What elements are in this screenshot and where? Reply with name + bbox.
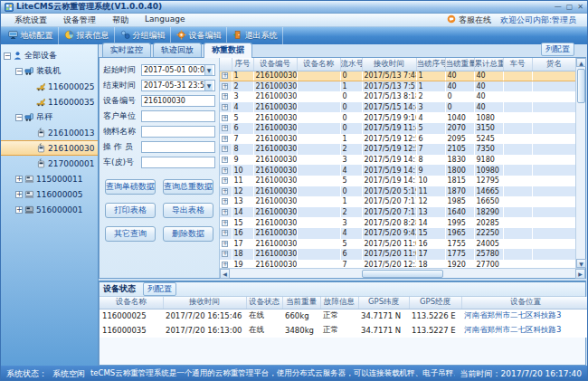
column-header[interactable]: 货名: [532, 58, 575, 71]
column-header[interactable]: 设备状态: [246, 297, 282, 309]
query-button-5[interactable]: 删除数据: [163, 226, 213, 242]
field-input-4[interactable]: [141, 126, 215, 138]
field-input-2[interactable]: 216100030: [141, 95, 215, 107]
tree-item-217000001[interactable]: 217000001: [1, 156, 98, 171]
row-expand-icon[interactable]: +: [222, 209, 228, 215]
row-expand-icon[interactable]: +: [222, 220, 228, 226]
row-expand-icon[interactable]: +: [222, 241, 228, 247]
table-row[interactable]: +1321610003012017/5/20 7:11:221219851665…: [220, 196, 575, 207]
table-row[interactable]: +1521610003032017/5/20 8:28:011419952028…: [220, 217, 575, 228]
scroll-up-arrow[interactable]: ▲: [576, 58, 586, 67]
close-button[interactable]: ✕: [577, 3, 583, 12]
column-header[interactable]: 设备名称: [297, 58, 340, 71]
device-status-column-config-button[interactable]: 列配置: [143, 282, 176, 296]
tree-item-装载机[interactable]: −装载机: [1, 63, 98, 79]
table-row[interactable]: +1221610003002017/5/20 5:19:211118701466…: [220, 186, 575, 197]
table-row[interactable]: +1721610003052017/5/20 11:06:17161755240…: [220, 239, 575, 250]
tree-item-116000005[interactable]: +116000005: [1, 186, 98, 202]
field-input-6[interactable]: [141, 157, 215, 168]
row-expand-icon[interactable]: +: [222, 72, 228, 79]
field-input-3[interactable]: [141, 110, 215, 122]
row-expand-icon[interactable]: +: [222, 83, 228, 90]
column-header[interactable]: 序号: [232, 58, 253, 71]
scroll-down-arrow[interactable]: ▼: [576, 259, 586, 268]
row-expand-icon[interactable]: +: [222, 177, 228, 184]
menu-item-3[interactable]: Language: [137, 14, 193, 26]
vertical-scroll-thumb[interactable]: [577, 69, 585, 103]
column-header[interactable]: 车号: [503, 58, 532, 71]
table-row[interactable]: +521610003002017/5/19 9:10:04410401080: [220, 112, 575, 123]
table-row[interactable]: +1021610003042017/5/19 14:16:11918001098…: [220, 165, 575, 176]
field-input-1[interactable]: 2017-05-31 23:59:00▼: [141, 80, 215, 91]
tree-expander[interactable]: −: [15, 68, 23, 75]
field-input-0[interactable]: 2017-05-01 00:00:00▼: [141, 64, 215, 76]
table-row[interactable]: +1421610003022017/5/20 7:11:441316401829…: [220, 207, 575, 218]
chevron-down-icon[interactable]: ▼: [204, 81, 213, 90]
table-row[interactable]: +821610003022017/5/19 12:57:47721057350: [220, 144, 575, 155]
horizontal-scroll-thumb[interactable]: [362, 270, 443, 278]
table-row[interactable]: +321610003002017/5/13 8:18:232040: [220, 91, 575, 102]
query-button-1[interactable]: 查询总重数据: [163, 179, 213, 195]
column-header[interactable]: 故障信息: [320, 297, 358, 309]
row-expand-icon[interactable]: +: [222, 167, 228, 174]
minimize-button[interactable]: —: [555, 3, 562, 12]
row-expand-icon[interactable]: +: [222, 230, 228, 236]
device-status-row[interactable]: 1160000252017/7/20 16:15:46在线660kg正常34.7…: [100, 309, 588, 323]
tree-item-115000011[interactable]: +115000011: [1, 171, 98, 186]
query-button-0[interactable]: 查询单磅数据: [105, 179, 156, 195]
column-header[interactable]: GPS纬度: [358, 297, 409, 309]
menu-item-1[interactable]: 设备管理: [55, 14, 104, 26]
row-expand-icon[interactable]: +: [222, 146, 228, 152]
tree-item-116000035[interactable]: 116000035: [1, 94, 98, 110]
scroll-right-arrow[interactable]: ▶: [575, 269, 585, 279]
table-row[interactable]: +1921610003072017/5/20 12:30:19181920277…: [220, 260, 575, 268]
menu-item-2[interactable]: 帮助: [104, 14, 137, 26]
column-header[interactable]: 接收时间: [362, 58, 416, 71]
tab-轨迹回放[interactable]: 轨迹回放: [153, 43, 202, 57]
row-expand-icon[interactable]: +: [222, 104, 228, 110]
menu-item-0[interactable]: 系统设置: [6, 14, 55, 26]
tree-expander[interactable]: +: [15, 176, 23, 183]
toolbar-button-0[interactable]: 地磅配置: [3, 27, 59, 44]
table-row[interactable]: +1621610003042017/5/20 9:42:071519652225…: [220, 228, 575, 239]
vertical-scrollbar[interactable]: ▲ ▼: [575, 58, 585, 268]
column-header[interactable]: 设备位置: [461, 297, 588, 309]
device-status-row[interactable]: 1160000352017/7/20 16:13:00在线3480kg正常34.…: [100, 323, 588, 338]
column-header[interactable]: 流水号: [340, 58, 362, 71]
chevron-down-icon[interactable]: ▼: [204, 65, 213, 75]
tree-item-吊秤[interactable]: −吊秤: [1, 110, 98, 125]
row-expand-icon[interactable]: +: [222, 115, 228, 121]
column-header[interactable]: 设备编号: [253, 58, 297, 71]
query-button-2[interactable]: 打印表格: [105, 203, 156, 218]
row-expand-icon[interactable]: +: [222, 136, 228, 142]
tree-expander[interactable]: +: [15, 191, 23, 198]
column-header[interactable]: 设备名称: [100, 297, 163, 309]
row-expand-icon[interactable]: +: [222, 251, 228, 257]
table-row[interactable]: +221610003012017/5/13 7:51:1714040: [220, 81, 575, 92]
column-header[interactable]: GPS经度: [409, 297, 461, 309]
table-row[interactable]: +1121610003052017/5/19 14:16:27101815127…: [220, 176, 575, 186]
table-row[interactable]: +921610003032017/5/19 14:16:00818309180: [220, 155, 575, 166]
tree-item-216100030[interactable]: 216100030: [1, 140, 98, 156]
tree-expander[interactable]: −: [15, 114, 23, 121]
table-row[interactable]: +1821610003062017/5/20 11:07:23171775257…: [220, 249, 575, 260]
maximize-button[interactable]: ▢: [566, 3, 574, 12]
table-row[interactable]: +621610003002017/5/19 11:41:06520703150: [220, 123, 575, 134]
row-expand-icon[interactable]: +: [222, 93, 228, 100]
column-header[interactable]: 当磅序号: [416, 58, 445, 71]
column-header[interactable]: 接收时间: [163, 297, 246, 309]
tree-item-116000025[interactable]: 116000025: [1, 79, 98, 94]
customer-service-link[interactable]: 客服在线: [447, 14, 491, 26]
tree-item-516000001[interactable]: +516000001: [1, 202, 98, 217]
horizontal-scrollbar[interactable]: ◀ ▶: [220, 268, 585, 278]
row-expand-icon[interactable]: +: [222, 262, 228, 268]
query-button-4[interactable]: 其它查询: [105, 226, 156, 242]
row-expand-icon[interactable]: +: [222, 157, 228, 163]
table-row[interactable]: +421610003002017/5/15 14:47:383040: [220, 102, 575, 113]
table-row[interactable]: +721610003012017/5/19 12:57:36620955245: [220, 134, 575, 145]
row-expand-icon[interactable]: +: [222, 198, 228, 205]
column-config-button[interactable]: 列配置: [541, 43, 574, 56]
field-input-5[interactable]: [141, 141, 215, 153]
tree-item-全部设备[interactable]: −全部设备: [1, 48, 98, 63]
column-header[interactable]: 当磅重量: [445, 58, 474, 71]
